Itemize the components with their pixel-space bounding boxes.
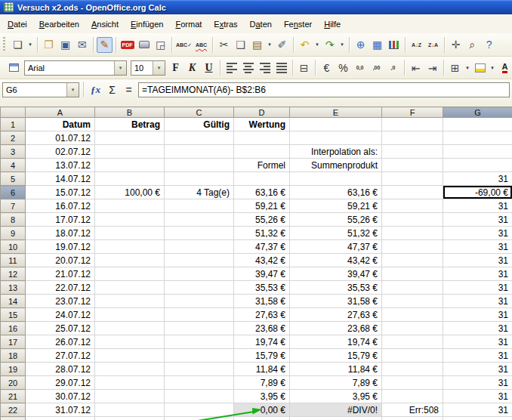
insert-table-button[interactable]: ▦ [369,37,385,53]
cell-f13[interactable] [382,281,443,295]
cell-b20[interactable] [95,376,165,390]
align-left-button[interactable] [224,60,239,76]
row-header-13[interactable]: 13 [1,281,26,295]
cell-c5[interactable] [165,172,234,186]
cell-c16[interactable] [165,322,234,335]
edit-file-button[interactable]: ✎ [97,37,113,53]
cell-f3[interactable] [382,145,443,159]
menu-fenster[interactable]: Fenster [278,17,318,32]
cell-e15[interactable]: 27,63 € [290,308,382,322]
cell-c10[interactable] [165,240,234,254]
page-preview-button[interactable]: ◲ [153,37,168,53]
cell-e16[interactable]: 23,68 € [290,322,382,335]
cell-a1[interactable]: Datum [26,118,95,131]
align-right-button[interactable] [257,60,273,76]
cell-a16[interactable]: 25.07.12 [26,322,95,335]
column-header-d[interactable]: D [234,107,290,118]
cell-g1[interactable] [443,118,512,131]
cell-e12[interactable]: 39,47 € [290,267,382,281]
cell-c9[interactable] [165,227,234,240]
cell-a5[interactable]: 14.07.12 [26,172,95,186]
decrease-indent-button[interactable]: ⇤ [408,60,424,76]
row-header-3[interactable]: 3 [1,145,26,159]
cell-f9[interactable] [382,227,443,240]
increase-indent-button[interactable]: ⇥ [424,60,440,76]
copy-button[interactable]: ❑ [233,37,248,53]
cell-a14[interactable]: 23.07.12 [26,295,95,308]
row-header-11[interactable]: 11 [1,254,26,267]
cell-c18[interactable] [165,349,234,363]
cell-a12[interactable]: 21.07.12 [26,267,95,281]
row-header-19[interactable]: 19 [1,363,26,376]
cell-b8[interactable] [95,213,165,227]
delete-decimal-button[interactable]: ,0 [385,60,401,76]
cell-g16[interactable]: 31 [443,322,512,335]
cell-b22[interactable] [95,403,165,417]
cell-c8[interactable] [165,213,234,227]
menu-format[interactable]: Format [169,17,208,32]
cell-a10[interactable]: 19.07.12 [26,240,95,254]
cell-d20[interactable]: 7,89 € [234,376,290,390]
function-button[interactable]: = [121,82,137,97]
row-header-23[interactable]: 23 [1,417,26,420]
cell-d7[interactable]: 59,21 € [234,199,290,213]
align-center-button[interactable] [240,60,256,76]
add-decimal-button[interactable]: ,00 [369,60,384,76]
cell-b15[interactable] [95,308,165,322]
cell-b4[interactable] [95,159,165,172]
undo-button[interactable]: ↶ [297,37,313,53]
cell-g10[interactable]: 31 [443,240,512,254]
italic-button[interactable]: K [184,60,200,76]
cell-b19[interactable] [95,363,165,376]
cell-a13[interactable]: 22.07.12 [26,281,95,295]
cell-f20[interactable] [382,376,443,390]
undo-button-dropdown[interactable]: ▾ [313,37,321,53]
cell-d5[interactable] [234,172,290,186]
cell-c12[interactable] [165,267,234,281]
insert-chart-button[interactable] [386,37,402,53]
cell-b11[interactable] [95,254,165,267]
row-header-9[interactable]: 9 [1,227,26,240]
cell-f17[interactable] [382,335,443,349]
cell-d21[interactable]: 3,95 € [234,390,290,403]
cell-d9[interactable]: 51,32 € [234,227,290,240]
cell-c20[interactable] [165,376,234,390]
row-header-7[interactable]: 7 [1,199,26,213]
cell-d22[interactable]: 0,00 € [234,403,290,417]
cell-c23[interactable] [165,417,234,420]
cell-a9[interactable]: 18.07.12 [26,227,95,240]
cell-e19[interactable]: 11,84 € [290,363,382,376]
menu-datei[interactable]: Datei [2,17,33,32]
cell-f10[interactable] [382,240,443,254]
cell-a8[interactable]: 17.07.12 [26,213,95,227]
cell-g6[interactable]: -69,00 € [443,186,512,199]
cell-f12[interactable] [382,267,443,281]
name-box[interactable]: G6 ▾ [2,82,79,97]
column-header-g[interactable]: G [443,107,512,118]
underline-button[interactable]: U [201,60,217,76]
cell-d19[interactable]: 11,84 € [234,363,290,376]
cell-g23[interactable] [443,417,512,420]
cell-d13[interactable]: 35,53 € [234,281,290,295]
cell-a17[interactable]: 26.07.12 [26,335,95,349]
hyperlink-button[interactable]: ⊕ [353,37,369,53]
cell-a4[interactable]: 13.07.12 [26,159,95,172]
column-header-a[interactable]: A [26,107,95,118]
cell-b14[interactable] [95,295,165,308]
cell-g9[interactable]: 31 [443,227,512,240]
cell-f16[interactable] [382,322,443,335]
cell-a15[interactable]: 24.07.12 [26,308,95,322]
menu-hilfe[interactable]: Hilfe [318,17,347,32]
font-name-combo[interactable]: Arial ▾ [24,60,127,76]
cell-c3[interactable] [165,145,234,159]
menu-bearbeiten[interactable]: Bearbeiten [33,17,85,32]
cell-d15[interactable]: 27,63 € [234,308,290,322]
sum-button[interactable]: Σ [104,82,120,97]
number-format-currency-button[interactable]: € [319,60,335,76]
cell-f4[interactable] [382,159,443,172]
cell-e1[interactable] [290,118,382,131]
cell-b2[interactable] [95,131,165,145]
cell-c4[interactable] [165,159,234,172]
cell-g13[interactable]: 31 [443,281,512,295]
cell-a7[interactable]: 16.07.12 [26,199,95,213]
